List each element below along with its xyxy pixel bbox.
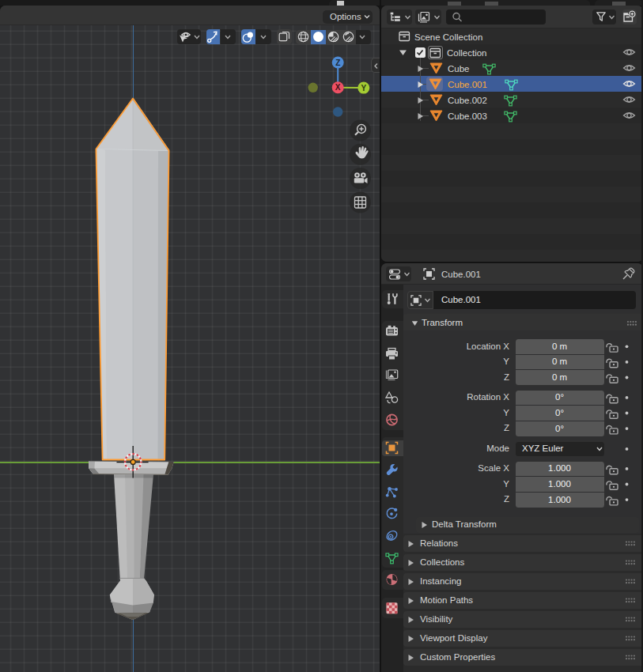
svg-text:Y: Y — [361, 84, 366, 92]
svg-text:Z: Z — [335, 59, 340, 67]
svg-text:X: X — [335, 83, 341, 92]
